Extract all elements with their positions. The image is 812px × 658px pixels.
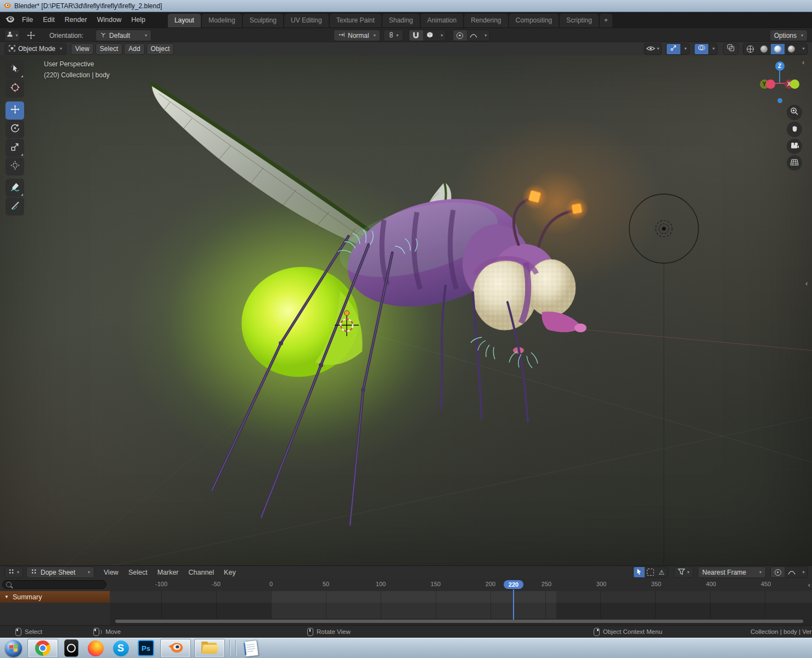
tool-cursor[interactable]: [5, 80, 24, 98]
tab-texture-paint[interactable]: Texture Paint: [330, 14, 381, 27]
3d-viewport[interactable]: User Perspective (220) Collection | body…: [0, 55, 812, 565]
tab-animation[interactable]: Animation: [421, 14, 463, 27]
snap-to-dropdown[interactable]: Normal ▾: [334, 30, 380, 41]
visibility-dropdown[interactable]: ▾: [645, 44, 661, 54]
dope-falloff-chevron[interactable]: ▾: [798, 567, 807, 577]
transform-orientation-dropdown[interactable]: Default ▾: [95, 30, 151, 41]
menu-help[interactable]: Help: [126, 14, 150, 25]
shading-wireframe-button[interactable]: [743, 44, 757, 54]
dope-only-errors-toggle[interactable]: ⚠: [656, 567, 668, 577]
window-titlebar[interactable]: Blender* [D:\PETAR\3d\firefly\firefly\fi…: [0, 0, 812, 12]
triangle-down-icon: ▼: [4, 594, 9, 599]
menu-file[interactable]: File: [17, 14, 38, 25]
taskbar-media-player-button[interactable]: [61, 639, 81, 657]
tab-shading[interactable]: Shading: [382, 14, 420, 27]
overlays-toggle[interactable]: [695, 44, 708, 54]
dope-menu-marker[interactable]: Marker: [153, 567, 184, 578]
menu-window[interactable]: Window: [92, 14, 126, 25]
gizmo-minus-z-dot[interactable]: [777, 98, 782, 103]
menu-view[interactable]: View: [71, 43, 94, 55]
dope-snap-dropdown[interactable]: Nearest Frame ▾: [698, 566, 766, 578]
overlays-dropdown[interactable]: ▾: [708, 44, 717, 54]
current-frame-badge[interactable]: 220: [504, 580, 523, 589]
gizmo-toggle[interactable]: [667, 44, 680, 54]
tool-annotate[interactable]: [5, 179, 24, 197]
navigation-gizmo[interactable]: Z Y X: [755, 59, 808, 108]
shading-dropdown[interactable]: ▾: [798, 44, 807, 54]
tab-uv-editing[interactable]: UV Editing: [284, 14, 329, 27]
menu-render[interactable]: Render: [60, 14, 92, 25]
tool-measure[interactable]: [5, 197, 24, 215]
tab-scripting[interactable]: Scripting: [560, 14, 599, 27]
tool-move[interactable]: [5, 101, 24, 120]
snap-pivot-dropdown[interactable]: ▾: [384, 30, 403, 41]
editor-type-dropdown[interactable]: ▾: [4, 30, 20, 41]
timeline-ruler[interactable]: -100 -50 0 50 100 150 200 250 300 350 40…: [110, 578, 812, 592]
tab-sculpting[interactable]: Sculpting: [243, 14, 283, 27]
tool-rotate[interactable]: [5, 120, 24, 138]
add-workspace-button[interactable]: +: [600, 14, 612, 27]
options-dropdown[interactable]: Options ▾: [770, 30, 808, 41]
timeline-rows[interactable]: [110, 591, 812, 619]
tool-transform[interactable]: [5, 157, 24, 175]
falloff-dropdown[interactable]: [467, 30, 481, 41]
snap-magnet-toggle[interactable]: [409, 30, 423, 41]
menu-add[interactable]: Add: [124, 43, 144, 55]
dope-select-toggle[interactable]: [634, 567, 645, 577]
taskbar-notepad-button[interactable]: [240, 639, 262, 657]
xray-toggle[interactable]: [723, 43, 738, 55]
viewport-pan-button[interactable]: [787, 122, 802, 137]
taskbar-explorer-button[interactable]: [194, 639, 225, 658]
dope-mode-dropdown[interactable]: Dope Sheet ▾: [26, 566, 94, 578]
tool-select[interactable]: [5, 60, 24, 78]
channel-search-input[interactable]: [2, 580, 106, 589]
gizmo-axis-z[interactable]: Z: [775, 61, 785, 71]
taskbar-blender-button[interactable]: [160, 639, 191, 658]
menu-edit[interactable]: Edit: [38, 14, 60, 25]
playhead-line[interactable]: [513, 589, 514, 621]
menu-object[interactable]: Object: [146, 43, 174, 55]
dope-marquee-toggle[interactable]: [645, 567, 656, 577]
pivot-dropdown-chevron[interactable]: ▾: [437, 30, 446, 41]
tab-modeling[interactable]: Modeling: [202, 14, 242, 27]
dope-falloff-dropdown[interactable]: [785, 567, 798, 577]
gizmo-axis-y-pos[interactable]: [790, 80, 799, 89]
pivot-cube-button[interactable]: [423, 30, 437, 41]
tab-layout[interactable]: Layout: [168, 14, 201, 27]
taskbar-firefox-button[interactable]: [84, 639, 106, 657]
dope-menu-key[interactable]: Key: [219, 567, 241, 578]
gizmo-dropdown[interactable]: ▾: [680, 44, 689, 54]
dope-filter-dropdown[interactable]: ▾: [674, 566, 693, 578]
collapse-region-arrow[interactable]: ‹: [802, 58, 804, 66]
blender-app-icon[interactable]: [4, 15, 15, 25]
shading-rendered-button[interactable]: [785, 44, 798, 54]
mode-dropdown[interactable]: Object Mode ▾: [4, 43, 66, 55]
summary-channel-row[interactable]: ▼ Summary: [0, 591, 110, 603]
gizmo-axis-x-pos[interactable]: [766, 80, 775, 89]
dope-menu-channel[interactable]: Channel: [184, 567, 219, 578]
shading-material-button[interactable]: [771, 44, 785, 54]
viewport-camera-button[interactable]: [787, 139, 802, 154]
tab-compositing[interactable]: Compositing: [509, 14, 559, 27]
dope-proportional-toggle[interactable]: [771, 567, 785, 577]
viewport-zoom-button[interactable]: [787, 105, 802, 120]
timeline-horizontal-scrollbar[interactable]: [115, 620, 803, 623]
tab-rendering[interactable]: Rendering: [464, 14, 507, 27]
dope-menu-select[interactable]: Select: [123, 567, 153, 578]
dope-editor-type-dropdown[interactable]: ▾: [4, 566, 23, 578]
proportional-editing-toggle[interactable]: [453, 30, 467, 41]
collapse-sidebar-arrow[interactable]: ‹: [805, 279, 808, 287]
viewport-ortho-button[interactable]: [787, 155, 802, 171]
collapse-ruler-arrow[interactable]: ‹: [808, 581, 810, 589]
shading-solid-button[interactable]: [757, 44, 771, 54]
snap-mode-value: Normal: [348, 32, 369, 39]
taskbar-skype-button[interactable]: S: [110, 639, 132, 657]
taskbar-photoshop-button[interactable]: Ps: [135, 639, 157, 657]
menu-select[interactable]: Select: [95, 43, 122, 55]
tool-scale[interactable]: [5, 139, 24, 157]
falloff-dropdown-chevron[interactable]: ▾: [481, 30, 489, 41]
dope-timeline-area[interactable]: -100 -50 0 50 100 150 200 250 300 350 40…: [110, 578, 812, 625]
taskbar-chrome-button[interactable]: [27, 639, 58, 658]
start-button[interactable]: [2, 639, 24, 657]
dope-menu-view[interactable]: View: [99, 567, 123, 578]
